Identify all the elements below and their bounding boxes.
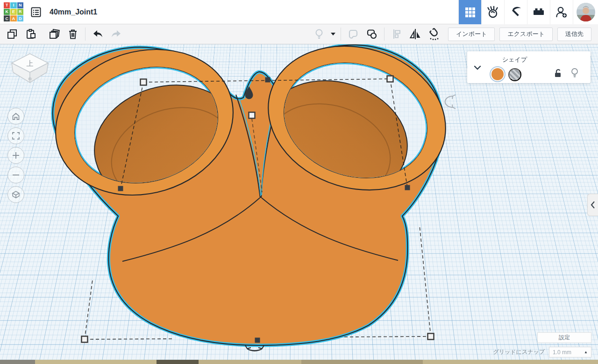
minecraft-export-button[interactable] bbox=[504, 0, 527, 24]
logo-tile-e: E bbox=[10, 9, 16, 15]
perspective-cube-icon bbox=[11, 190, 21, 199]
tinkercad-app: TINKERCAD 40mm_Joint1 bbox=[0, 0, 598, 364]
trash-icon bbox=[67, 28, 79, 40]
redo-icon bbox=[110, 28, 123, 40]
snap-grid-select[interactable]: 1.0 mm ▲ bbox=[549, 347, 591, 357]
top-bar-right bbox=[458, 0, 598, 24]
align-icon bbox=[391, 28, 403, 40]
copy-icon bbox=[6, 28, 18, 40]
caret-down-icon bbox=[330, 32, 336, 36]
tinker-hand-button[interactable] bbox=[481, 0, 504, 24]
logo-tile-k: K bbox=[4, 9, 10, 15]
home-view-button[interactable] bbox=[7, 108, 24, 125]
scale-handle-bottom-mid[interactable] bbox=[255, 338, 260, 343]
grid-icon bbox=[464, 6, 476, 18]
toolbar-divider bbox=[341, 28, 341, 41]
minus-icon bbox=[12, 171, 20, 179]
scale-handle-right-mid[interactable] bbox=[405, 185, 410, 190]
caret-up-icon: ▲ bbox=[584, 350, 588, 354]
logo-tile-c: C bbox=[4, 15, 10, 21]
snap-controls: グリッドにスナップ 1.0 mm ▲ bbox=[493, 347, 591, 357]
scale-handle-left-mid[interactable] bbox=[118, 186, 123, 191]
mirror-button[interactable] bbox=[406, 26, 425, 42]
settings-button[interactable]: 設定 bbox=[537, 332, 591, 343]
group-button[interactable] bbox=[344, 26, 363, 42]
logo-tile-i: I bbox=[10, 2, 16, 8]
delete-button[interactable] bbox=[64, 26, 82, 42]
corner-handle-bottom-left[interactable] bbox=[82, 336, 88, 343]
dashboard-grid-button[interactable] bbox=[458, 0, 481, 24]
properties-list-icon bbox=[30, 6, 42, 18]
view-cube-front-label: 前 bbox=[28, 77, 32, 80]
viewport[interactable]: 上 前 bbox=[0, 44, 598, 364]
zoom-in-button[interactable] bbox=[7, 147, 24, 164]
shape-inspector-panel: シェイプ bbox=[467, 51, 591, 83]
logo-tile-r: R bbox=[17, 9, 23, 15]
fit-view-icon bbox=[11, 131, 21, 140]
panel-expand-tab[interactable] bbox=[587, 194, 598, 216]
scale-handle-top-mid[interactable] bbox=[265, 77, 271, 83]
top-bar: TINKERCAD 40mm_Joint1 bbox=[0, 0, 598, 24]
light-toggle-button[interactable] bbox=[310, 26, 328, 42]
undo-button[interactable] bbox=[88, 26, 107, 42]
corner-handle-top-right[interactable] bbox=[387, 76, 393, 82]
logo-tile-n: N bbox=[17, 2, 23, 8]
chevron-left-icon bbox=[591, 201, 595, 209]
magnet-icon bbox=[427, 28, 441, 41]
duplicate-button[interactable] bbox=[45, 26, 64, 42]
perspective-toggle-button[interactable] bbox=[7, 186, 24, 203]
align-button[interactable] bbox=[387, 26, 406, 42]
ungroup-button[interactable] bbox=[363, 26, 381, 42]
profile-avatar[interactable] bbox=[573, 0, 598, 24]
view-nav-column bbox=[7, 105, 24, 203]
group-icon bbox=[347, 28, 360, 40]
export-button[interactable]: エクスポート bbox=[499, 28, 553, 41]
zoom-out-button[interactable] bbox=[7, 167, 24, 183]
home-icon bbox=[11, 112, 21, 121]
magnet-button[interactable] bbox=[425, 26, 443, 42]
corner-handle-top-left[interactable] bbox=[141, 79, 147, 85]
edit-toolbar: インポート エクスポート 送信先 bbox=[0, 24, 598, 44]
duplicate-icon bbox=[48, 28, 61, 40]
undo-icon bbox=[91, 28, 104, 40]
paste-icon bbox=[25, 28, 37, 40]
panel-collapse-button[interactable] bbox=[473, 63, 483, 73]
lego-brick-icon bbox=[532, 5, 546, 19]
view-cube[interactable]: 上 前 bbox=[7, 49, 52, 88]
view-cube-top-label: 上 bbox=[27, 59, 34, 67]
color-swatch-solid[interactable] bbox=[490, 66, 505, 82]
logo-tile-t: T bbox=[4, 2, 10, 8]
solid-color-dot bbox=[491, 68, 504, 80]
bulb-icon bbox=[313, 28, 325, 40]
lock-button[interactable] bbox=[553, 68, 563, 78]
brick-export-button[interactable] bbox=[527, 0, 550, 24]
visibility-bulb-button[interactable] bbox=[570, 67, 580, 78]
snap-grid-value: 1.0 mm bbox=[553, 349, 571, 356]
avatar-photo bbox=[577, 3, 595, 21]
design-title: 40mm_Joint1 bbox=[50, 8, 97, 16]
mirror-flip-icon bbox=[409, 28, 422, 40]
shape-panel-title: シェイプ bbox=[502, 56, 527, 64]
tinkercad-logo[interactable]: TINKERCAD bbox=[4, 2, 23, 22]
height-scale-handle[interactable] bbox=[249, 112, 255, 119]
bulb-icon bbox=[570, 67, 579, 78]
hand-ball-icon bbox=[486, 5, 500, 19]
color-swatch-transparent[interactable] bbox=[508, 68, 521, 81]
copy-button[interactable] bbox=[3, 26, 21, 42]
fit-view-button[interactable] bbox=[7, 127, 24, 144]
send-to-button[interactable]: 送信先 bbox=[557, 28, 591, 41]
paste-button[interactable] bbox=[21, 26, 40, 42]
share-invite-button[interactable] bbox=[550, 0, 573, 24]
logo-tile-d: D bbox=[17, 15, 23, 21]
logo-tile-a: A bbox=[10, 15, 16, 21]
add-person-icon bbox=[555, 5, 569, 19]
redo-button[interactable] bbox=[107, 26, 126, 42]
toolbar-divider bbox=[85, 28, 85, 41]
corner-handle-bottom-right[interactable] bbox=[428, 334, 434, 340]
design-properties-button[interactable] bbox=[30, 5, 44, 19]
light-dropdown-caret[interactable] bbox=[328, 26, 338, 42]
pickaxe-icon bbox=[509, 5, 523, 19]
ungroup-icon bbox=[365, 28, 378, 40]
import-button[interactable]: インポート bbox=[448, 28, 495, 41]
lock-open-icon bbox=[553, 68, 562, 78]
